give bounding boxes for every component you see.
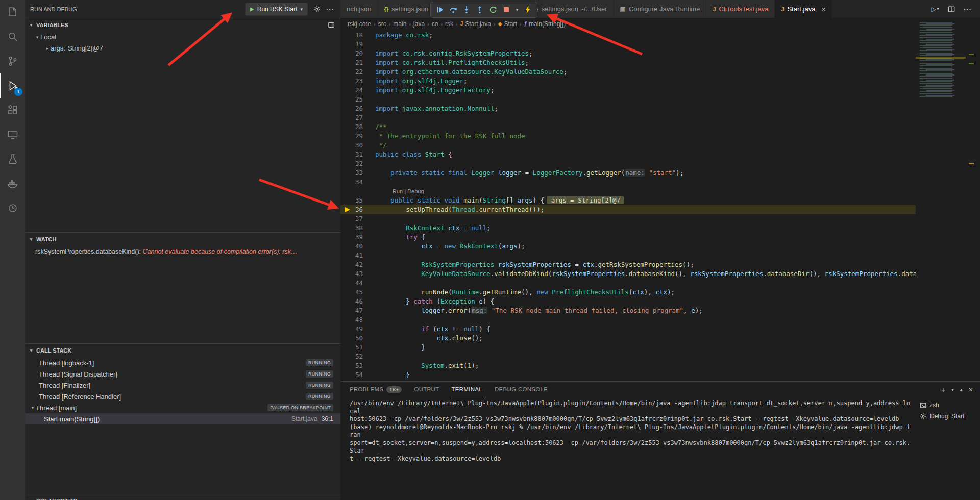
code-line-31[interactable]: 31public class Start { [340, 150, 916, 159]
gutter[interactable]: 31 [340, 150, 375, 159]
activity-item-extensions[interactable] [0, 98, 25, 122]
gutter[interactable]: 33 [340, 168, 375, 178]
dropdown-button[interactable]: ▾ [951, 387, 954, 392]
breadcrumb-item[interactable]: rskj-core [348, 20, 371, 28]
gutter[interactable]: 18 [340, 31, 375, 40]
code-line-39[interactable]: 39 try { [340, 233, 916, 242]
code-line-41[interactable]: 41 [340, 251, 916, 260]
code-line-24[interactable]: 24import org.slf4j.LoggerFactory; [340, 86, 916, 95]
code-line-29[interactable]: 29 * The entrypoint for the RSK full nod… [340, 132, 916, 141]
gutter[interactable]: 38 [340, 223, 375, 233]
step-out-button[interactable] [474, 4, 486, 16]
code-line-40[interactable]: 40 ctx = new RskContext(args); [340, 242, 916, 251]
gutter[interactable]: 28 [340, 122, 375, 132]
continue-button[interactable] [434, 4, 446, 16]
gutter[interactable]: 26 [340, 104, 375, 113]
code-line-19[interactable]: 19 [340, 40, 916, 49]
breadcrumb-item[interactable]: co [432, 20, 438, 28]
run-button[interactable]: ▷▾ [930, 4, 940, 14]
gear-button[interactable] [312, 4, 322, 14]
gutter[interactable]: 48 [340, 315, 375, 324]
gutter[interactable]: 42 [340, 260, 375, 269]
overview-ruler[interactable] [966, 18, 980, 381]
watch-expression[interactable]: rskSystemProperties.databaseKind(): Cann… [25, 246, 340, 255]
gutter[interactable]: 29 [340, 132, 375, 141]
more-button[interactable]: ··· [963, 4, 973, 14]
more-button[interactable]: ··· [325, 4, 335, 14]
call-stack-section-header[interactable]: ▾ CALL STACK [25, 344, 340, 357]
breadcrumb-item[interactable]: main [393, 20, 406, 28]
maximize-button[interactable]: ▴ [960, 387, 963, 392]
hot-code-replace-button[interactable] [522, 4, 534, 16]
gutter[interactable]: 40 [340, 242, 375, 251]
code-line-52[interactable]: 52 [340, 352, 916, 361]
code-line-38[interactable]: 38 RskContext ctx = null; [340, 223, 916, 233]
activity-item-gitlens[interactable] [0, 196, 25, 220]
gutter[interactable]: 52 [340, 352, 375, 361]
breadcrumb-item[interactable]: ◆Start [498, 20, 517, 28]
gutter[interactable]: 44 [340, 279, 375, 288]
panel-tab-debug-console[interactable]: DEBUG CONSOLE [495, 382, 548, 397]
step-over-button[interactable] [447, 4, 459, 16]
code-line-18[interactable]: 18package co.rsk; [340, 31, 916, 40]
gutter[interactable]: 54 [340, 370, 375, 380]
activity-item-source-control[interactable] [0, 49, 25, 73]
split-editor-button[interactable] [946, 4, 957, 14]
code-line-53[interactable]: 53 System.exit(1); [340, 361, 916, 370]
gutter[interactable]: 21 [340, 58, 375, 67]
gutter[interactable]: 37 [340, 214, 375, 223]
variables-section-header[interactable]: ▾ VARIABLES [25, 18, 340, 32]
code-line-45[interactable]: 45 runNode(Runtime.getRuntime(), new Pre… [340, 288, 916, 297]
gutter[interactable]: 20 [340, 49, 375, 58]
code-line-21[interactable]: 21import co.rsk.util.PreflightChecksUtil… [340, 58, 916, 67]
dropdown-button[interactable]: ▾ [513, 4, 521, 16]
run-config-dropdown[interactable]: ▶ Run RSK Start ▾ [245, 3, 308, 16]
tab-start-java[interactable]: JStart.java× [775, 0, 832, 18]
terminal-instance-zsh[interactable]: zsh [915, 399, 980, 411]
gutter[interactable]: 22 [340, 67, 375, 77]
call-stack-thread[interactable]: Thread [Finalizer]RUNNING [25, 380, 340, 391]
stop-button[interactable] [500, 4, 512, 16]
close-icon[interactable]: × [821, 5, 825, 13]
call-stack-frame[interactable]: Start.main(String[])Start.java36:1 [25, 413, 340, 424]
breadcrumb-item[interactable]: src [378, 20, 386, 28]
code-line-25[interactable]: 25 [340, 95, 916, 104]
gutter[interactable]: 49 [340, 324, 375, 334]
gutter[interactable]: 39 [340, 233, 375, 242]
code-line-30[interactable]: 30 */ [340, 141, 916, 150]
gutter[interactable]: 43 [340, 269, 375, 279]
watch-section-header[interactable]: ▾ WATCH [25, 233, 340, 246]
gutter[interactable]: 36 [340, 205, 375, 214]
code-line-47[interactable]: 47 logger.error(msg: "The RSK node main … [340, 306, 916, 315]
code-line-22[interactable]: 22import org.ethereum.datasource.KeyValu… [340, 67, 916, 77]
codelens-row[interactable]: Run | Debug [340, 187, 916, 196]
gutter[interactable]: 53 [340, 361, 375, 370]
tab-settings-json[interactable]: {}settings.json [378, 0, 435, 18]
panel-tab-problems[interactable]: PROBLEMS1K+ [350, 382, 402, 397]
activity-item-remote-explorer[interactable] [0, 122, 25, 147]
code-line-43[interactable]: 43 KeyValueDataSource.validateDbKind(rsk… [340, 269, 916, 279]
code-line-34[interactable]: 34 [340, 178, 916, 187]
gutter[interactable]: 24 [340, 86, 375, 95]
tab-settings-json-user[interactable]: {}settings.json ~/.../User [528, 0, 614, 18]
code-line-36[interactable]: 36 setUpThread(Thread.currentThread()); [340, 205, 916, 214]
tab-configure-java-runtime[interactable]: ▣Configure Java Runtime [614, 0, 707, 18]
step-into-button[interactable] [460, 4, 473, 16]
gutter[interactable]: 32 [340, 159, 375, 168]
code-line-49[interactable]: 49 if (ctx != null) { [340, 324, 916, 334]
gutter[interactable]: 30 [340, 141, 375, 150]
gutter[interactable]: 25 [340, 95, 375, 104]
variable-args[interactable]: ▸ args: String[2]@7 [25, 43, 340, 54]
gutter[interactable]: 50 [340, 334, 375, 343]
code-line-48[interactable]: 48 [340, 315, 916, 324]
code-line-23[interactable]: 23import org.slf4j.Logger; [340, 77, 916, 86]
tab-clitoolstest-java[interactable]: JCliToolsTest.java [706, 0, 775, 18]
call-stack-thread[interactable]: Thread [logback-1]RUNNING [25, 357, 340, 368]
code-line-46[interactable]: 46 } catch (Exception e) { [340, 297, 916, 306]
breadcrumb-item[interactable]: ƒmain(String[]) [524, 20, 566, 28]
code-line-32[interactable]: 32 [340, 159, 916, 168]
gutter[interactable]: 34 [340, 178, 375, 187]
panel-tab-output[interactable]: OUTPUT [414, 382, 439, 397]
variables-scope-local[interactable]: ▾ Local [25, 32, 340, 43]
gutter[interactable]: 19 [340, 40, 375, 49]
